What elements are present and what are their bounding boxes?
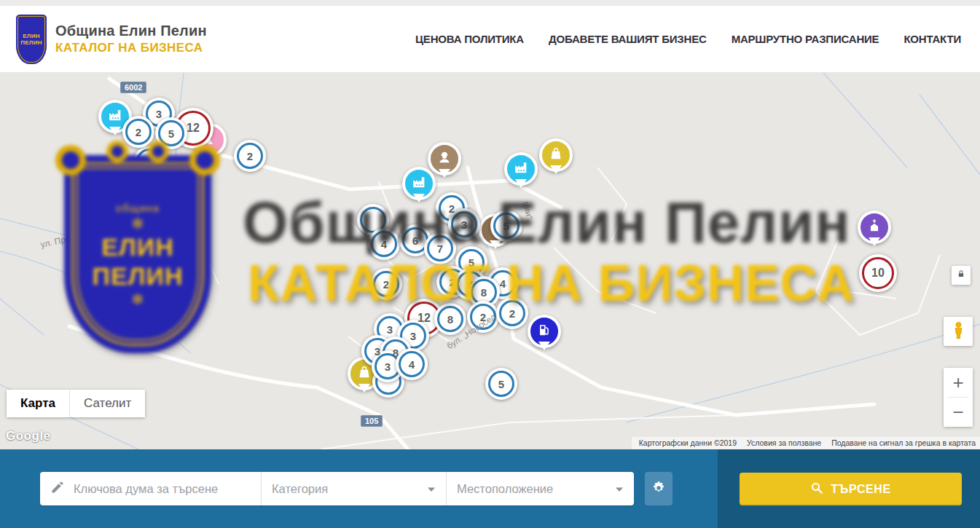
category-select[interactable]: Категория	[261, 472, 446, 505]
page-top-strip	[0, 0, 980, 6]
map-cluster-marker[interactable]: 2	[122, 116, 154, 148]
cluster-count: 3	[410, 330, 416, 342]
cluster-count: 4	[500, 277, 506, 290]
cluster-count: 3	[156, 108, 162, 120]
chevron-down-icon	[615, 482, 624, 495]
site-subtitle: КАТАЛОГ НА БИЗНЕСА	[55, 41, 207, 55]
nav-add-your-business[interactable]: ДОБАВЕТЕ ВАШИЯТ БИЗНЕС	[549, 33, 707, 45]
cluster-count: 2	[247, 150, 253, 162]
road-badge: 6002	[120, 82, 146, 93]
site-title: Община Елин Пелин	[55, 23, 207, 39]
factory-pin-marker[interactable]	[504, 152, 538, 186]
map-cluster-marker[interactable]: 4	[368, 228, 400, 260]
search-icon	[810, 481, 823, 497]
map-cluster-marker[interactable]: 4	[396, 348, 428, 380]
gear-icon	[651, 480, 667, 498]
map-type-map-button[interactable]: Карта	[7, 390, 69, 417]
search-button[interactable]: ТЪРСЕНЕ	[740, 473, 962, 505]
street-label: ции"	[521, 201, 535, 221]
cluster-count: 2	[509, 307, 515, 320]
church-pin-marker[interactable]	[858, 210, 891, 244]
pencil-icon	[50, 480, 65, 497]
cluster-count: 10	[871, 267, 885, 280]
map-cluster-marker[interactable]: 8	[434, 303, 466, 335]
cluster-count: 12	[187, 122, 200, 135]
nav-pricing-policy[interactable]: ЦЕНОВА ПОЛИТИКА	[415, 33, 524, 45]
attribution-copyright: Картографски данни ©2019	[639, 438, 737, 447]
logo-text: ЕЛИН	[23, 33, 40, 39]
factory-icon	[411, 174, 427, 193]
map-type-satellite-button[interactable]: Сателит	[69, 390, 145, 417]
zoom-out-button[interactable]: −	[944, 398, 973, 427]
location-select-value: Местоположение	[457, 482, 553, 496]
map-cluster-marker[interactable]: 5	[485, 368, 517, 400]
cluster-count: 8	[393, 347, 399, 359]
map-cluster-marker[interactable]	[133, 146, 165, 178]
map-cluster-marker[interactable]: 2	[496, 297, 528, 329]
map-cluster-marker[interactable]: 10	[859, 254, 897, 292]
search-fields: Категория Местоположение	[40, 472, 634, 505]
cluster-count: 2	[450, 276, 455, 288]
factory-pin-marker[interactable]	[402, 167, 436, 200]
keyword-field[interactable]	[40, 472, 261, 505]
category-select-value: Категория	[272, 482, 328, 496]
factory-icon	[107, 107, 123, 126]
map-cluster-marker[interactable]: 2	[234, 140, 266, 172]
fuel-icon	[536, 322, 552, 341]
cluster-count: 5	[503, 220, 509, 232]
cluster-count: 3	[385, 360, 391, 373]
advanced-search-button[interactable]	[645, 472, 673, 505]
cluster-count: 8	[447, 313, 453, 326]
cluster-count: 3	[387, 323, 393, 336]
cluster-count: 4	[381, 238, 387, 251]
google-map[interactable]: 123252235467521227488223338345106002105у…	[0, 73, 980, 449]
cluster-count: 2	[136, 126, 141, 138]
cluster-count: 3	[375, 345, 380, 358]
bag-icon	[548, 146, 564, 165]
cluster-count: 6	[412, 235, 418, 247]
google-logo[interactable]: Google	[6, 429, 51, 444]
map-type-control: Карта Сателит	[7, 390, 145, 417]
cluster-count: 12	[418, 312, 431, 325]
keyword-search-input[interactable]	[74, 482, 251, 496]
map-cluster-marker[interactable]: 5	[490, 210, 522, 242]
terms-of-use-link[interactable]: Условия за ползване	[747, 438, 821, 447]
municipality-logo: ЕЛИН ПЕЛИН	[16, 15, 47, 64]
cluster-count: 5	[168, 127, 174, 140]
cluster-count: 7	[467, 278, 473, 291]
cluster-count: 3	[461, 218, 467, 231]
pegman-icon	[949, 320, 968, 343]
worker-icon	[436, 149, 452, 168]
worker-pin-marker[interactable]	[428, 142, 461, 176]
chevron-down-icon	[427, 482, 436, 495]
search-bar: Категория Местоположение ТЪРСЕНЕ	[0, 449, 980, 528]
lock-button[interactable]	[952, 266, 971, 285]
map-attribution: Картографски данни ©2019 Условия за полз…	[632, 437, 980, 449]
site-brand[interactable]: ЕЛИН ПЕЛИН Община Елин Пелин КАТАЛОГ НА …	[16, 15, 207, 64]
search-button-label: ТЪРСЕНЕ	[831, 483, 891, 496]
map-cluster-marker[interactable]: 5	[155, 117, 187, 149]
cluster-count: 4	[409, 358, 415, 371]
street-view-pegman-button[interactable]	[944, 317, 973, 346]
cluster-count: 2	[383, 278, 389, 291]
cluster-count: 2	[449, 202, 455, 215]
logo-text: ПЕЛИН	[20, 39, 42, 46]
bag-icon	[356, 364, 372, 383]
report-map-error-link[interactable]: Подаване на сигнал за грешка в картата	[831, 438, 976, 447]
church-icon	[866, 218, 882, 237]
street-label: ул. Преслав	[39, 229, 90, 250]
map-zoom-control: + −	[944, 368, 973, 427]
cluster-count: 7	[437, 243, 443, 255]
bag-pin-marker[interactable]	[539, 138, 573, 172]
fuel-pin-marker[interactable]	[528, 315, 561, 348]
map-markers-layer: 123252235467521227488223338345106002105у…	[0, 73, 980, 449]
location-select[interactable]: Местоположение	[446, 472, 634, 505]
cluster-count: 5	[469, 256, 474, 269]
nav-contacts[interactable]: КОНТАКТИ	[903, 33, 961, 45]
factory-icon	[513, 159, 529, 178]
map-cluster-marker[interactable]: 2	[370, 268, 402, 300]
cluster-count: 8	[481, 286, 487, 299]
nav-route-schedule[interactable]: МАРШРУТНО РАЗПИСАНИЕ	[732, 33, 879, 45]
zoom-in-button[interactable]: +	[944, 368, 973, 397]
map-cluster-marker[interactable]: 7	[424, 232, 456, 264]
